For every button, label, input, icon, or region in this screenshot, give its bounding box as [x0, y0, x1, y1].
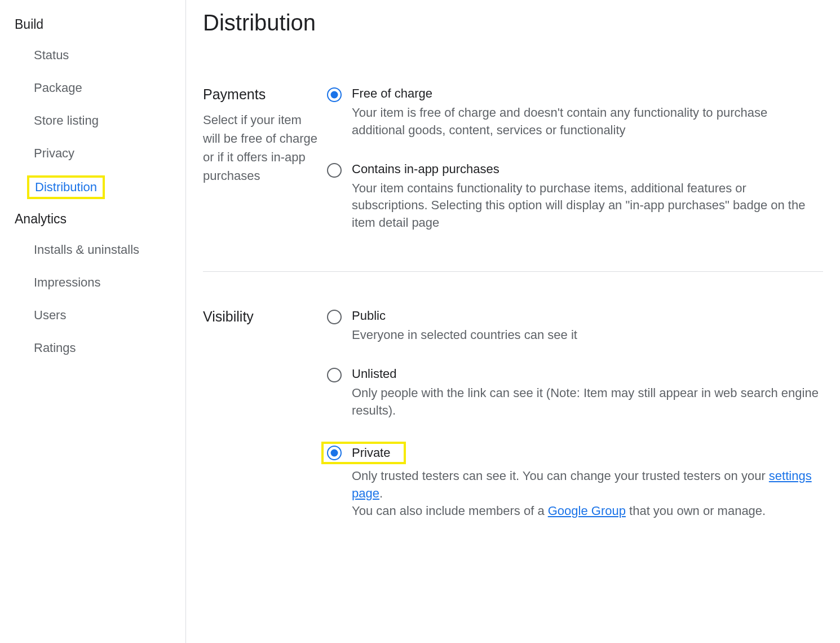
- option-desc-free: Your item is free of charge and doesn't …: [352, 104, 823, 139]
- section-visibility-left: Visibility: [203, 309, 327, 520]
- section-visibility: Visibility Public Everyone in selected c…: [203, 271, 823, 560]
- radio-unlisted[interactable]: [327, 368, 342, 382]
- sidebar-item-store-listing[interactable]: Store listing: [11, 104, 180, 137]
- private-desc-line2-pre: You can also include members of a: [352, 504, 548, 518]
- payments-option-free[interactable]: Free of charge Your item is free of char…: [327, 86, 823, 139]
- sidebar: Build Status Package Store listing Priva…: [0, 0, 186, 643]
- main-content: Distribution Payments Select if your ite…: [186, 0, 840, 643]
- sidebar-item-users[interactable]: Users: [11, 299, 180, 332]
- private-desc-pre: Only trusted testers can see it. You can…: [352, 469, 769, 483]
- highlight-private: Private: [321, 442, 406, 464]
- section-payments-left: Payments Select if your item will be fre…: [203, 86, 327, 232]
- page-title: Distribution: [203, 10, 823, 36]
- nav-section-analytics: Analytics: [11, 205, 180, 234]
- option-label-unlisted: Unlisted: [352, 367, 823, 381]
- payments-subtitle: Select if your item will be free of char…: [203, 111, 321, 185]
- option-desc-public: Everyone in selected countries can see i…: [352, 327, 823, 344]
- private-desc-line2-post: that you own or manage.: [626, 504, 766, 518]
- option-label-private: Private: [352, 446, 390, 460]
- visibility-option-public[interactable]: Public Everyone in selected countries ca…: [327, 309, 823, 344]
- sidebar-item-package[interactable]: Package: [11, 72, 180, 104]
- visibility-option-unlisted[interactable]: Unlisted Only people with the link can s…: [327, 367, 823, 420]
- radio-free[interactable]: [327, 87, 342, 102]
- sidebar-item-privacy[interactable]: Privacy: [11, 137, 180, 170]
- section-payments: Payments Select if your item will be fre…: [203, 81, 823, 271]
- payments-option-iap[interactable]: Contains in-app purchases Your item cont…: [327, 162, 823, 232]
- option-content-free: Free of charge Your item is free of char…: [352, 86, 823, 139]
- option-content-iap: Contains in-app purchases Your item cont…: [352, 162, 823, 232]
- sidebar-item-status[interactable]: Status: [11, 39, 180, 72]
- visibility-option-private[interactable]: Private Only trusted testers can see it.…: [327, 442, 823, 519]
- section-payments-right: Free of charge Your item is free of char…: [327, 86, 823, 232]
- option-desc-private: Only trusted testers can see it. You can…: [352, 468, 823, 519]
- option-label-iap: Contains in-app purchases: [352, 162, 823, 177]
- option-content-unlisted: Unlisted Only people with the link can s…: [352, 367, 823, 420]
- option-desc-iap: Your item contains functionality to purc…: [352, 180, 823, 232]
- option-label-free: Free of charge: [352, 86, 823, 101]
- option-desc-unlisted: Only people with the link can see it (No…: [352, 385, 823, 420]
- radio-private[interactable]: [327, 446, 342, 460]
- google-group-link[interactable]: Google Group: [548, 504, 626, 518]
- nav-section-build: Build: [11, 10, 180, 39]
- option-label-public: Public: [352, 309, 823, 323]
- visibility-title: Visibility: [203, 309, 321, 325]
- sidebar-item-ratings[interactable]: Ratings: [11, 332, 180, 364]
- sidebar-item-distribution[interactable]: Distribution: [27, 175, 105, 199]
- private-desc-mid: .: [379, 486, 383, 500]
- radio-iap[interactable]: [327, 163, 342, 178]
- radio-public[interactable]: [327, 310, 342, 324]
- section-visibility-right: Public Everyone in selected countries ca…: [327, 309, 823, 520]
- sidebar-item-installs[interactable]: Installs & uninstalls: [11, 234, 180, 266]
- sidebar-item-impressions[interactable]: Impressions: [11, 266, 180, 299]
- option-content-public: Public Everyone in selected countries ca…: [352, 309, 823, 344]
- payments-title: Payments: [203, 86, 321, 103]
